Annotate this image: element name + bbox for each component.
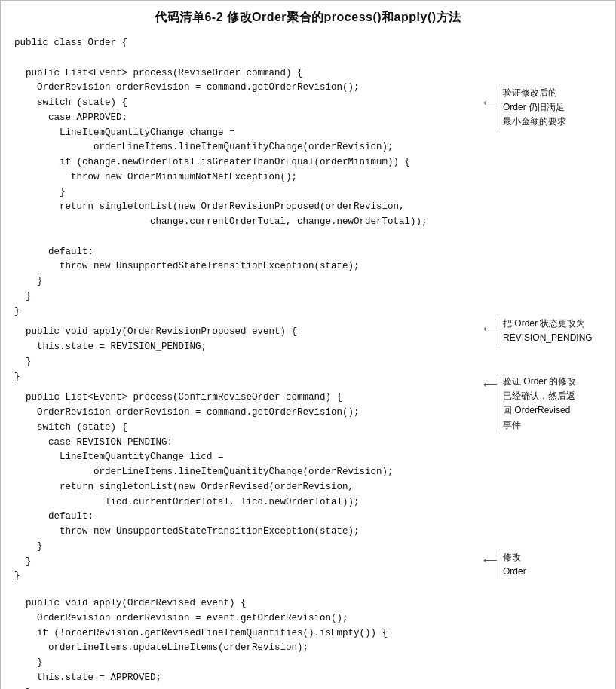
code-block-3: public List<Event> process(ConfirmRevise…: [14, 390, 491, 584]
annotation-2: 把 Order 状态更改为REVISION_PENDING: [498, 317, 609, 345]
annotation-4-text: 修改Order: [503, 552, 526, 577]
arrow-4: ⟵: [483, 555, 498, 566]
page-container: 代码清单6-2 修改Order聚合的process()和apply()方法 pu…: [0, 0, 616, 689]
annotation-4: 修改Order: [498, 550, 609, 579]
annotation-1-text: 验证修改后的Order 仍旧满足最小金额的要求: [503, 87, 566, 127]
annotation-3: 验证 Order 的修改已经确认，然后返回 OrderRevised事件: [498, 375, 609, 433]
code-block-4: public void apply(OrderRevised event) { …: [14, 596, 491, 689]
arrow-2: ⟵: [483, 323, 498, 335]
page-title: 代码清单6-2 修改Order聚合的process()和apply()方法: [1, 1, 615, 32]
annotation-1: 验证修改后的Order 仍旧满足最小金额的要求: [498, 86, 609, 130]
code-block-2: public void apply(OrderRevisionProposed …: [14, 325, 491, 384]
annotation-3-text: 验证 Order 的修改已经确认，然后返回 OrderRevised事件: [503, 376, 576, 430]
code-block-1: public class Order { public List<Event> …: [14, 36, 491, 319]
arrow-1: ⟵: [483, 97, 498, 109]
arrow-3: ⟵: [483, 379, 498, 390]
annotation-2-text: 把 Order 状态更改为REVISION_PENDING: [503, 318, 593, 343]
